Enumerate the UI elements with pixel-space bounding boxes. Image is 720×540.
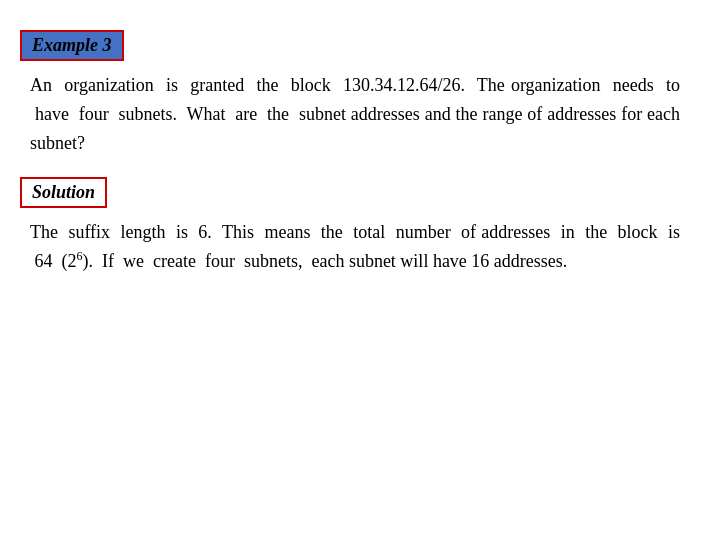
example-text: An organization is granted the block 130… [20, 71, 690, 157]
solution-label: Solution [20, 177, 107, 208]
example-label: Example 3 [20, 30, 124, 61]
solution-text-content: The suffix length is 6. This means the t… [30, 222, 680, 271]
page-container: Example 3 An organization is granted the… [0, 0, 720, 540]
example-text-content: An organization is granted the block 130… [30, 75, 680, 153]
superscript: 6 [77, 249, 83, 263]
solution-text: The suffix length is 6. This means the t… [20, 218, 690, 276]
solution-section: Solution The suffix length is 6. This me… [20, 177, 690, 276]
example-section: Example 3 An organization is granted the… [20, 30, 690, 157]
